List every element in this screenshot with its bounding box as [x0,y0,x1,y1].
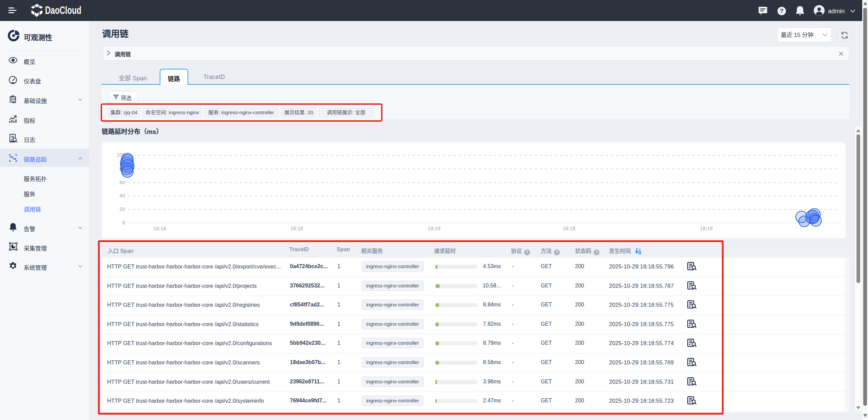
svg-text:?: ? [780,8,783,14]
